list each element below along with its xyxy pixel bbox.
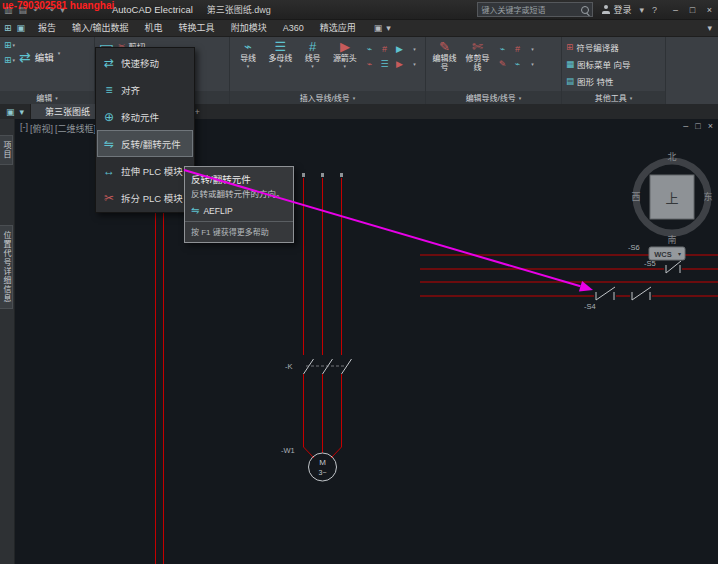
wire-number-label: 线号 [305,54,321,63]
multibus-tool-icon[interactable]: ☰ [378,57,391,70]
tooltip-command: AEFLIP [203,206,232,216]
multibus-button[interactable]: ☰ 多母线 ▾ [266,40,294,91]
document-window-controls: – □ × [683,121,713,131]
tab-addins[interactable]: 附加模块 [223,20,275,37]
titlebar-caret-icon[interactable]: ▾ [639,5,644,15]
menu-item-align[interactable]: ≡ 对齐 [97,76,193,103]
app-title: AutoCAD Electrical [112,4,193,15]
panel-label-other-tools[interactable]: 其他工具 ▾ [562,91,665,104]
wire-button[interactable]: ⌁ 导线 ▾ [234,40,262,91]
menu-item-move-component[interactable]: ⊕ 移动元件 [97,103,193,130]
paste-caret-icon[interactable]: ▾ [386,23,391,33]
properties-icon: ▤ [566,76,574,86]
panel-flyout-icon: ▾ [630,95,633,101]
viewport-menu-button[interactable]: [-] [20,122,28,135]
caret-down-icon[interactable]: ▾ [526,57,539,70]
paste-icon[interactable]: ▣ [374,23,383,33]
pencil-tool-icon[interactable]: ✎ [496,57,509,70]
workspace-icon[interactable]: ⊞ [4,23,12,33]
close-button[interactable]: × [701,5,718,15]
wire-tool-icon[interactable]: ⌁ [496,42,509,55]
panel-label-insert-wires[interactable]: 插入导线/线号 ▾ [230,91,425,104]
caret-down-icon[interactable]: ▾ [526,42,539,55]
motor-branch-wires [304,178,342,458]
menu-item-label: 移动元件 [121,110,159,124]
search-icon[interactable] [581,6,589,14]
source-arrow-button[interactable]: ▶ 源箭头 ▾ [331,40,359,91]
tab-a360[interactable]: A360 [275,20,312,37]
switch-s6-label: -S6 [628,243,640,252]
right-rung-wires [420,255,718,296]
grid-icon: ⊞ [4,55,12,65]
panel-label-edit-wires[interactable]: 编辑导线/线号 ▾ [426,91,561,104]
split-plc-icon: ✂ [102,191,116,205]
edit-tool-button[interactable]: ⊞ ▾ [4,40,15,50]
doc-restore-button[interactable]: □ [695,121,700,131]
panel-label-edit[interactable]: 编辑 ▾ [0,91,94,104]
flip-component-tooltip: 反转/翻转元件 反转或翻转元件的方向。 ⇋ AEFLIP 按 F1 键获得更多帮… [184,166,294,243]
menu-item-flip-component[interactable]: ⇋ 反转/翻转元件 [97,130,193,157]
tooltip-description: 反转或翻转元件的方向。 [191,189,287,200]
viewcube-west-label[interactable]: 西 [631,192,640,202]
tab-import-export[interactable]: 输入/输出数据 [64,20,137,37]
maximize-button[interactable]: □ [684,5,701,15]
wire-number-tool-icon[interactable]: # [378,42,391,55]
swap-icon: ⇄ [19,50,31,64]
trim-wire-button[interactable]: ✄ 修剪导线 [463,40,492,91]
tab-electromechanical[interactable]: 机电 [137,20,171,37]
wire-tool-icon[interactable]: ⌁ [511,57,524,70]
edit-component-button[interactable]: ⇄ 编辑 ▾ [19,50,60,91]
viewcube-south-label[interactable]: 南 [667,234,676,245]
viewcube[interactable]: 上 北 西 东 南 WCS ▾ [631,152,712,260]
tab-conversion-tools[interactable]: 转换工具 [171,20,223,37]
wire-tool-icon[interactable]: ⌁ [363,57,376,70]
panel-other-tools: ⊞ 符号编译器 ▦ 图标菜单 向导 ▤ 图形 特性 其他工具 ▾ [562,37,666,104]
help-icon[interactable]: ? [652,5,657,15]
arrow-tool-icon[interactable]: ▶ [393,42,406,55]
menu-item-quick-move[interactable]: ⇄ 快速移动 [97,49,193,76]
tab-reports[interactable]: 报告 [30,20,64,37]
layout-icon[interactable]: ▣ [17,23,26,33]
tab-overview-icon[interactable]: ▣ [6,107,15,117]
doc-close-button[interactable]: × [708,121,713,131]
cable-label: -W1 [281,446,295,455]
wire-number-button[interactable]: # 线号 ▾ [299,40,327,91]
menu-item-label: 拉伸 PLC 模块 [121,164,183,178]
contactor-label: -K [285,362,293,371]
tab-menu-icon[interactable]: ▾ [20,107,25,117]
project-manager-tab[interactable]: 项目 [0,135,13,165]
edit-tool-button-2[interactable]: ⊞ ▾ [4,55,15,65]
minimize-button[interactable]: – [667,5,684,15]
drawing-properties-button[interactable]: ▤ 图形 特性 [566,75,630,87]
caret-down-icon: ▾ [279,64,282,70]
drawing-tab-active[interactable]: 第三张图纸 [30,104,105,119]
visual-style-button[interactable]: [二维线框] [55,122,96,135]
icon-menu-wizard-button[interactable]: ▦ 图标菜单 向导 [566,58,630,70]
arrow-tool-icon[interactable]: ▶ [393,57,406,70]
contactor-contact-symbols [304,359,352,374]
view-controls-button[interactable]: [俯视] [30,122,53,135]
edit-wire-number-button[interactable]: ✎ 编辑线号 [430,40,459,91]
search-input[interactable]: 键入关键字或短语 [477,2,593,17]
viewcube-north-label[interactable]: 北 [667,152,676,162]
wire-tool-icon[interactable]: ⌁ [363,42,376,55]
menu-item-label: 对齐 [121,83,140,97]
tab-featured-apps[interactable]: 精选应用 [312,20,364,37]
panel-insert-wires: ⌁ 导线 ▾ ☰ 多母线 ▾ # 线号 ▾ ▶ 源箭头 ▾ [230,37,426,104]
motor-phases: 3~ [319,469,327,476]
menu-item-stretch-plc[interactable]: ↔ 拉伸 PLC 模块 [97,157,193,184]
caret-down-icon[interactable]: ▾ [408,42,421,55]
symbol-builder-button[interactable]: ⊞ 符号编译器 [566,41,630,53]
sign-in-button[interactable]: 登录 [613,3,631,16]
viewcube-east-label[interactable]: 东 [703,191,712,202]
document-title: 第三张图纸.dwg [207,3,271,16]
location-details-tab[interactable]: 位置代号详细信息 [0,225,13,309]
caret-down-icon[interactable]: ▾ [408,57,421,70]
ribbon-collapse-icon[interactable]: ▾ [707,23,712,33]
trim-wire-label: 修剪导线 [463,54,492,72]
hash-tool-icon[interactable]: # [511,42,524,55]
doc-minimize-button[interactable]: – [683,121,688,131]
ribbon-empty-area [666,37,718,104]
menu-item-split-plc[interactable]: ✂ 拆分 PLC 模块 [97,184,193,211]
panel-label-text: 编辑导线/线号 [466,92,516,103]
